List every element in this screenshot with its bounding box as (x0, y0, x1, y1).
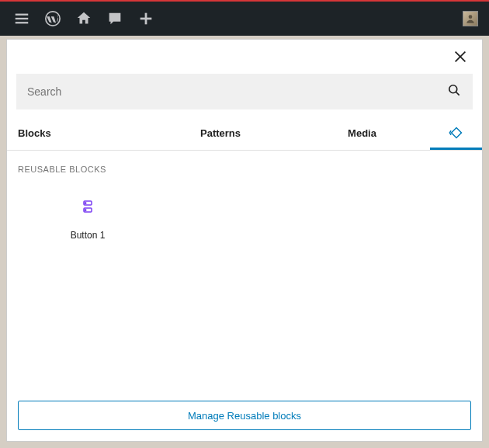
reusable-block-label: Button 1 (71, 230, 106, 241)
manage-reusable-button[interactable]: Manage Reusable blocks (18, 401, 471, 430)
hamburger-menu-icon[interactable] (6, 2, 37, 36)
svg-line-10 (456, 92, 460, 96)
search-input[interactable] (27, 85, 446, 98)
reusable-block-icon (78, 197, 97, 216)
tab-blocks[interactable]: Blocks (7, 116, 147, 150)
svg-rect-0 (16, 14, 29, 16)
svg-point-15 (85, 210, 86, 211)
panel-footer: Manage Reusable blocks (7, 390, 482, 441)
panel-body: REUSABLE BLOCKS Button 1 (7, 151, 482, 390)
svg-rect-5 (140, 18, 152, 20)
plus-new-icon[interactable] (130, 2, 161, 36)
admin-toolbar (0, 0, 489, 36)
svg-rect-11 (451, 128, 461, 138)
search-icon (446, 82, 462, 101)
user-avatar[interactable] (463, 11, 478, 26)
search-box (16, 74, 473, 109)
reusable-block-grid: Button 1 (7, 179, 482, 252)
svg-point-6 (469, 15, 473, 19)
svg-point-9 (449, 85, 457, 93)
tab-reusable[interactable] (430, 116, 482, 150)
tab-patterns[interactable]: Patterns (147, 116, 294, 150)
block-inserter-panel: Blocks Patterns Media REUSABLE BLOCKS Bu… (6, 39, 483, 442)
reusable-icon (448, 124, 465, 141)
tab-media[interactable]: Media (294, 116, 430, 150)
section-title-reusable: REUSABLE BLOCKS (7, 151, 482, 179)
search-container (7, 74, 482, 116)
home-icon[interactable] (68, 2, 99, 36)
close-icon[interactable] (449, 46, 471, 68)
svg-point-14 (85, 203, 86, 204)
wordpress-logo-icon[interactable] (37, 2, 68, 36)
reusable-block-item[interactable]: Button 1 (18, 183, 158, 247)
svg-rect-1 (16, 18, 29, 19)
svg-rect-2 (16, 22, 29, 23)
inserter-tabs: Blocks Patterns Media (7, 116, 482, 151)
panel-header (7, 40, 482, 74)
comment-icon[interactable] (99, 2, 130, 36)
